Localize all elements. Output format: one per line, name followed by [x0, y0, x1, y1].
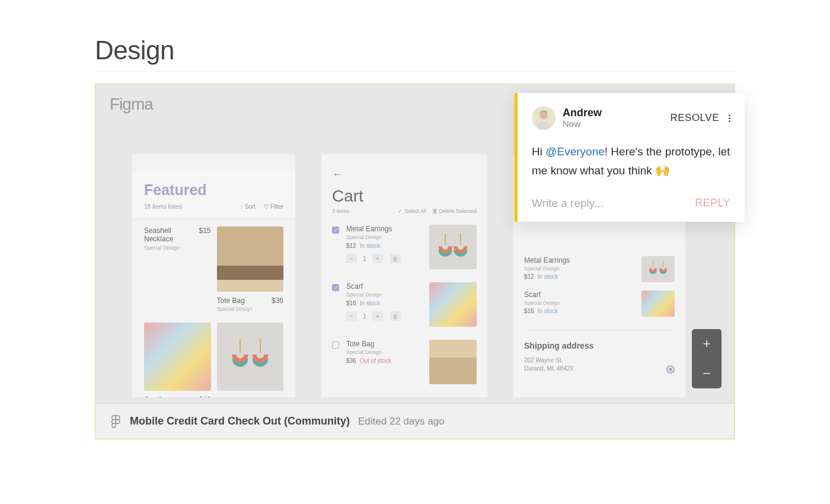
product-thumb-scarf: [144, 323, 211, 391]
qty-value: 1: [360, 256, 369, 262]
cart-item-sub: Special Design: [346, 349, 422, 355]
back-arrow-icon[interactable]: ←: [332, 167, 477, 181]
file-name[interactable]: Mobile Credit Card Check Out (Community): [130, 415, 350, 428]
cart-thumb-earrings: [429, 225, 477, 269]
cart-thumb-scarf: [429, 282, 477, 327]
mention[interactable]: @Everyone: [545, 145, 605, 158]
summary-thumb-earrings: [641, 256, 675, 282]
qty-minus-button[interactable]: −: [346, 254, 357, 263]
cart-item-sub: Special Design: [346, 292, 422, 298]
qty-plus-button[interactable]: +: [372, 254, 383, 263]
product-name: Seashell Necklace: [144, 227, 199, 244]
cart-item-name: Metal Earrings: [346, 225, 422, 233]
product-price: $15: [199, 227, 210, 244]
qty-value: 1: [360, 313, 369, 320]
trash-icon[interactable]: 🗑: [390, 254, 401, 263]
product-name: Tote Bag: [217, 296, 245, 305]
cart-title: Cart: [332, 187, 477, 206]
product-price: $16: [199, 395, 210, 397]
cart-item: ✓ Scarf Special Design $16In stock − 1 +…: [332, 282, 477, 327]
screen-cart: ← Cart 3 items ✓ Select All 🗑 Delete Sel…: [321, 154, 487, 397]
more-menu-icon[interactable]: [729, 114, 730, 122]
canvas-footer: Mobile Credit Card Check Out (Community)…: [95, 403, 735, 439]
summary-item: Scarf Special Design $16In stock: [524, 291, 675, 317]
cart-count: 3 items: [332, 208, 349, 214]
shipping-address: 202 Wayne St, Durand, MI, 48429: [524, 356, 675, 373]
page-title: Design: [95, 36, 735, 72]
checkbox[interactable]: ✓: [332, 227, 339, 234]
product-sub: Special Design: [144, 245, 211, 251]
product-card[interactable]: [217, 323, 284, 397]
reply-button[interactable]: REPLY: [695, 197, 730, 209]
zoom-in-button[interactable]: +: [692, 329, 722, 359]
avatar: [532, 106, 556, 130]
screen-featured: Featured 18 items listed ↕ Sort ▽ Filter…: [132, 154, 295, 397]
qty-plus-button[interactable]: +: [372, 311, 383, 321]
zoom-out-button[interactable]: −: [692, 359, 722, 388]
file-edited-label: Edited 22 days ago: [358, 416, 445, 428]
product-sub: Special Design: [217, 306, 284, 312]
trash-icon[interactable]: 🗑: [390, 311, 401, 321]
featured-items-listed: 18 items listed: [144, 203, 182, 210]
product-thumb-tote: [217, 227, 284, 292]
comment-time: Now: [563, 119, 602, 129]
cart-thumb-tote: [429, 340, 477, 384]
product-thumb-earrings: [217, 323, 284, 391]
shipping-title: Shipping address: [524, 341, 675, 350]
product-card[interactable]: Scarf $16 Special Design: [144, 323, 211, 397]
summary-item-name: Metal Earrings: [524, 256, 570, 264]
summary-item-sub: Special Design: [524, 300, 560, 306]
cart-item-sub: Special Design: [346, 234, 422, 240]
sort-button[interactable]: ↕ Sort: [240, 203, 256, 210]
reply-input[interactable]: Write a reply...: [532, 197, 604, 210]
summary-item-name: Scarf: [524, 291, 560, 299]
comment-card: Andrew Now RESOLVE Hi @Everyone! Here's …: [515, 93, 745, 222]
resolve-button[interactable]: RESOLVE: [670, 112, 719, 124]
summary-item: Metal Earrings Special Design $12In stoc…: [524, 256, 675, 282]
delete-selected-button[interactable]: 🗑 Delete Selected: [432, 208, 477, 214]
select-all-button[interactable]: ✓ Select All: [398, 208, 426, 214]
featured-title: Featured: [144, 181, 283, 199]
cart-item-name: Scarf: [346, 282, 422, 291]
cart-item-name: Tote Bag: [346, 340, 422, 348]
address-radio[interactable]: [666, 365, 675, 374]
checkbox[interactable]: ✓: [332, 284, 339, 291]
cart-item: ✓ Metal Earrings Special Design $12In st…: [332, 225, 477, 269]
summary-thumb-scarf: [641, 291, 675, 317]
product-card[interactable]: Seashell Necklace $15 Special Design: [144, 227, 211, 312]
product-name: Scarf: [144, 395, 161, 397]
product-card[interactable]: Tote Bag $36 Special Design: [217, 227, 284, 312]
checkbox[interactable]: [332, 342, 339, 349]
figma-logo-icon: [111, 414, 122, 429]
qty-minus-button[interactable]: −: [346, 311, 357, 321]
filter-button[interactable]: ▽ Filter: [264, 203, 283, 210]
hands-emoji-icon: 🙌: [655, 164, 670, 177]
summary-item-sub: Special Design: [524, 266, 570, 272]
product-price: $36: [272, 296, 283, 305]
comment-author: Andrew: [563, 107, 602, 119]
zoom-control: + −: [692, 329, 722, 388]
comment-body: Hi @Everyone! Here's the prototype, let …: [532, 143, 730, 180]
cart-item: Tote Bag Special Design $36Out of stock: [332, 340, 477, 384]
app-label: Figma: [110, 95, 153, 114]
svg-point-6: [116, 419, 120, 423]
